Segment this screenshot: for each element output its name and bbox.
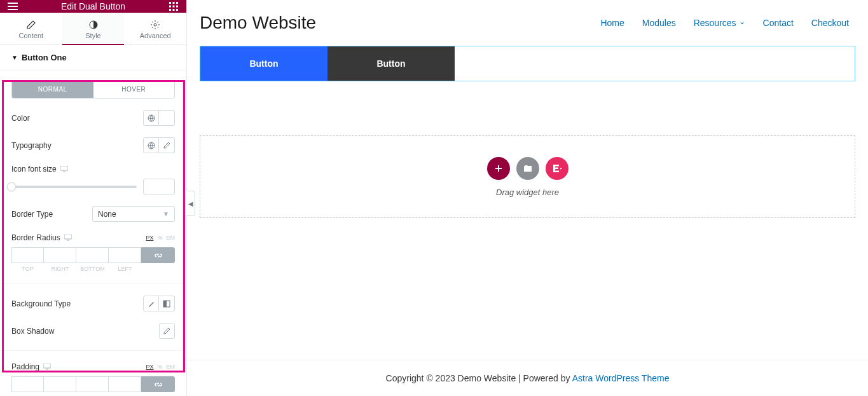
unit-pct[interactable]: % (157, 235, 162, 241)
desktop-icon[interactable] (43, 364, 51, 370)
svg-rect-14 (64, 235, 72, 239)
desktop-icon[interactable] (60, 166, 68, 172)
pencil-icon (0, 20, 62, 29)
svg-rect-7 (173, 9, 175, 11)
br-right[interactable] (44, 247, 76, 263)
panel-tabs: Content Style Advanced (0, 13, 186, 45)
unit-em[interactable]: EM (167, 364, 176, 370)
slider-thumb[interactable] (7, 182, 16, 191)
tab-style-label: Style (62, 32, 125, 39)
nav-contact[interactable]: Contact (763, 18, 794, 28)
pad-top[interactable] (11, 376, 44, 392)
svg-rect-5 (176, 6, 178, 8)
footer-text: Copyright © 2023 Demo Website | Powered … (386, 373, 572, 383)
contrast-icon (62, 20, 125, 29)
tab-style[interactable]: Style (62, 13, 125, 44)
unit-px[interactable]: PX (146, 235, 153, 241)
prop-border-type: Border Type None ▼ (11, 206, 175, 222)
unit-picker[interactable]: PX % EM (146, 364, 175, 370)
state-normal[interactable]: NORMAL (12, 81, 93, 98)
prop-color: Color (11, 110, 175, 126)
button-one[interactable]: Button (200, 46, 327, 81)
tab-content-label: Content (0, 32, 62, 39)
site-footer: Copyright © 2023 Demo Website | Powered … (187, 360, 868, 396)
svg-rect-8 (176, 9, 178, 11)
pad-right[interactable] (44, 376, 76, 392)
add-section-button[interactable] (487, 157, 510, 180)
tab-advanced-label: Advanced (124, 32, 186, 39)
svg-point-10 (154, 24, 156, 26)
icon-font-size-slider[interactable] (11, 186, 137, 188)
tab-advanced[interactable]: Advanced (124, 13, 186, 44)
side-bottom: BOTTOM (76, 266, 109, 272)
footer-link[interactable]: Astra WordPress Theme (572, 373, 670, 383)
state-hover[interactable]: HOVER (93, 81, 175, 98)
nav-checkout[interactable]: Checkout (811, 18, 849, 28)
panel-collapse[interactable]: ◀ (186, 191, 195, 216)
svg-rect-13 (60, 166, 68, 170)
chevron-down-icon: ▼ (163, 210, 169, 217)
nav-resources[interactable]: Resources (694, 18, 745, 28)
divider (0, 350, 186, 351)
svg-rect-17 (43, 364, 51, 368)
edit-icon[interactable] (159, 137, 175, 153)
border-type-label: Border Type (11, 210, 53, 219)
unit-px[interactable]: PX (146, 364, 153, 370)
svg-rect-4 (173, 6, 175, 8)
add-section[interactable]: Drag widget here (200, 135, 855, 218)
side-left: LEFT (109, 266, 141, 272)
br-left[interactable] (109, 247, 141, 263)
preview-area: Demo Website Home Modules Resources Cont… (187, 0, 868, 396)
globe-icon[interactable] (143, 137, 159, 153)
gear-icon (124, 20, 186, 29)
menu-icon[interactable] (6, 0, 19, 13)
svg-rect-0 (169, 2, 171, 4)
svg-rect-3 (169, 6, 171, 8)
panel-header: Edit Dual Button (0, 0, 186, 13)
desktop-icon[interactable] (64, 235, 72, 241)
dual-button-widget[interactable]: Button Button (200, 46, 855, 81)
prop-padding: Padding PX % EM (11, 362, 175, 396)
template-library-button[interactable] (516, 157, 539, 180)
border-type-value: None (98, 210, 116, 219)
pad-left[interactable] (109, 376, 141, 392)
globe-icon[interactable] (143, 110, 159, 126)
svg-rect-1 (173, 2, 175, 4)
apps-icon[interactable] (167, 0, 180, 13)
section-button-one[interactable]: ▼ Button One (0, 45, 186, 71)
pad-bottom[interactable] (76, 376, 109, 392)
button-two[interactable]: Button (327, 46, 455, 81)
unit-pct[interactable]: % (157, 364, 162, 370)
edit-icon[interactable] (159, 323, 175, 339)
section-label: Button One (22, 53, 67, 62)
site-title: Demo Website (200, 13, 316, 33)
svg-rect-16 (163, 301, 167, 307)
link-values-icon[interactable] (141, 376, 175, 392)
link-values-icon[interactable] (141, 247, 175, 263)
prop-background-type: Background Type (11, 296, 175, 311)
elementskit-button[interactable] (546, 157, 568, 180)
br-top[interactable] (11, 247, 44, 263)
border-type-select[interactable]: None ▼ (92, 206, 175, 222)
bg-classic-icon[interactable] (143, 296, 159, 311)
border-radius-label: Border Radius (11, 233, 60, 242)
drop-hint: Drag widget here (496, 188, 559, 197)
tab-content[interactable]: Content (0, 13, 62, 44)
bg-gradient-icon[interactable] (159, 296, 175, 311)
side-right: RIGHT (44, 266, 76, 272)
prop-icon-font-size: Icon font size (11, 165, 175, 195)
unit-picker[interactable]: PX % EM (146, 235, 175, 241)
br-bottom[interactable] (76, 247, 109, 263)
svg-rect-6 (169, 9, 171, 11)
color-swatch[interactable] (159, 110, 175, 126)
icon-font-size-label: Icon font size (11, 165, 57, 174)
unit-em[interactable]: EM (167, 235, 176, 241)
color-label: Color (11, 114, 30, 123)
svg-rect-2 (176, 2, 178, 4)
prop-border-radius: Border Radius PX % EM (11, 233, 175, 272)
nav-home[interactable]: Home (600, 18, 624, 28)
nav-modules[interactable]: Modules (642, 18, 676, 28)
panel-title: Edit Dual Button (19, 1, 167, 11)
editor-panel: Edit Dual Button Content Style Advanced … (0, 0, 187, 396)
icon-font-size-input[interactable] (143, 179, 175, 195)
